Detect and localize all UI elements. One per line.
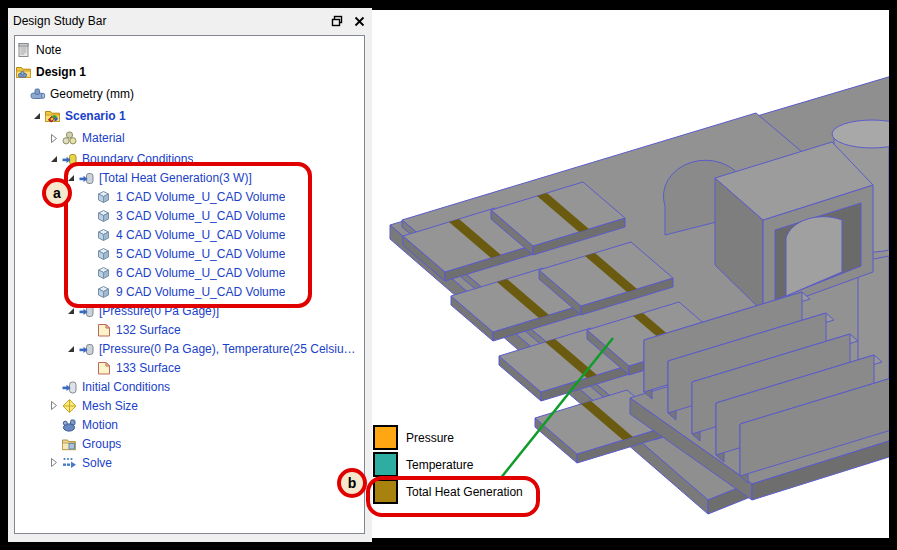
legend-label: Temperature [406,458,473,472]
cad-volume-cube-icon [95,246,112,262]
legend-row-pressure: Pressure [373,424,523,451]
pressure-swatch [373,425,398,450]
tree-item-label: Initial Conditions [82,380,170,394]
tree-item-cad-volume-5[interactable]: 5 CAD Volume_U_CAD Volume [15,244,364,263]
legend-row-temperature: Temperature [373,451,523,478]
scenario-folder-icon [44,108,61,124]
cad-volume-cube-icon [95,284,112,300]
design-study-tree: Note Design 1 Geometry (mm) Scenario 1 M… [14,35,365,534]
tree-item-label: Mesh Size [82,399,138,413]
annotation-circle-a: a [42,178,72,208]
tree-item-material[interactable]: Material [15,127,364,149]
surface-icon [95,322,112,338]
tree-item-label: Solve [82,456,112,470]
tree-item-label: Motion [82,418,118,432]
surface-icon [95,360,112,376]
panel-title: Design Study Bar [8,14,328,28]
expanded-arrow-icon[interactable] [46,151,61,167]
3d-viewport[interactable]: Pressure Temperature Total Heat Generati… [372,10,889,538]
note-icon [15,42,32,58]
tree-item-label: 3 CAD Volume_U_CAD Volume [116,209,285,223]
motion-icon [61,417,78,433]
tree-item-cad-volume-9[interactable]: 9 CAD Volume_U_CAD Volume [15,282,364,301]
tree-item-cad-volume-3[interactable]: 3 CAD Volume_U_CAD Volume [15,206,364,225]
tree-item-label: 9 CAD Volume_U_CAD Volume [116,285,285,299]
total-heat-generation-swatch [373,479,398,504]
close-icon[interactable] [350,12,368,30]
float-window-icon[interactable] [328,12,346,30]
annotation-letter: a [53,185,61,201]
tree-item-groups[interactable]: Groups [15,434,364,453]
tree-item-label: 6 CAD Volume_U_CAD Volume [116,266,285,280]
design-folder-icon [15,64,32,80]
legend-label: Pressure [406,431,454,445]
tree-item-boundary-conditions[interactable]: Boundary Conditions [15,149,364,168]
tree-item-label: 5 CAD Volume_U_CAD Volume [116,247,285,261]
collapsed-arrow-icon[interactable] [46,398,61,414]
cad-volume-cube-icon [95,208,112,224]
tree-item-geometry[interactable]: Geometry (mm) [15,83,364,105]
tree-item-label: [Pressure(0 Pa Gage)] [99,304,219,318]
expanded-arrow-icon[interactable] [63,303,78,319]
initial-conditions-icon [61,379,78,395]
tree-item-mesh-size[interactable]: Mesh Size [15,396,364,415]
design-study-bar-panel: Design Study Bar Note Design 1 Geometry … [8,8,372,542]
tree-item-motion[interactable]: Motion [15,415,364,434]
tree-item-label: 132 Surface [116,323,181,337]
pressure-temp-bc-group-icon [78,341,95,357]
mesh-size-icon [61,398,78,414]
tree-item-label: 4 CAD Volume_U_CAD Volume [116,228,285,242]
material-icon [61,130,78,146]
tree-item-scenario-1[interactable]: Scenario 1 [15,105,364,127]
expanded-arrow-icon[interactable] [63,341,78,357]
tree-item-pressure-temperature-bc[interactable]: [Pressure(0 Pa Gage), Temperature(25 Cel… [15,339,364,358]
legend-row-total-heat-generation: Total Heat Generation [373,478,523,505]
boundary-conditions-icon [61,151,78,167]
panel-titlebar: Design Study Bar [8,8,372,34]
cad-volume-cube-icon [95,189,112,205]
screenshot-root: { "window": { "title": "Design Study Bar… [0,0,897,550]
tree-item-label: Geometry (mm) [50,87,134,101]
annotation-circle-b: b [337,468,367,498]
tree-item-note[interactable]: Note [15,39,364,61]
tree-item-label: [Pressure(0 Pa Gage), Temperature(25 Cel… [99,342,356,356]
tree-item-label: 133 Surface [116,361,181,375]
tree-item-label: Scenario 1 [65,109,126,123]
legend-label: Total Heat Generation [406,485,523,499]
boundary-condition-legend: Pressure Temperature Total Heat Generati… [373,424,523,505]
tree-item-initial-conditions[interactable]: Initial Conditions [15,377,364,396]
tree-item-132-surface[interactable]: 132 Surface [15,320,364,339]
pressure-bc-group-icon [78,303,95,319]
tree-item-label: Groups [82,437,121,451]
tree-item-cad-volume-4[interactable]: 4 CAD Volume_U_CAD Volume [15,225,364,244]
expanded-arrow-icon[interactable] [29,108,44,124]
geometry-pipe-icon [29,86,46,102]
collapsed-arrow-icon[interactable] [46,130,61,146]
heat-bc-group-icon [78,170,95,186]
solve-icon [61,455,78,471]
tree-item-label: Material [82,131,125,145]
annotation-letter: b [348,475,357,491]
tree-item-pressure-bc[interactable]: [Pressure(0 Pa Gage)] [15,301,364,320]
tree-item-label: Boundary Conditions [82,152,193,166]
groups-folder-icon [61,436,78,452]
tree-item-label: Design 1 [36,65,86,79]
tree-item-label: Note [36,43,61,57]
tree-item-label: 1 CAD Volume_U_CAD Volume [116,190,285,204]
tree-item-design-1[interactable]: Design 1 [15,61,364,83]
cad-volume-cube-icon [95,227,112,243]
tree-item-133-surface[interactable]: 133 Surface [15,358,364,377]
cad-volume-cube-icon [95,265,112,281]
tree-item-cad-volume-6[interactable]: 6 CAD Volume_U_CAD Volume [15,263,364,282]
temperature-swatch [373,452,398,477]
tree-item-solve[interactable]: Solve [15,453,364,472]
tree-item-label: [Total Heat Generation(3 W)] [99,171,252,185]
collapsed-arrow-icon[interactable] [46,455,61,471]
